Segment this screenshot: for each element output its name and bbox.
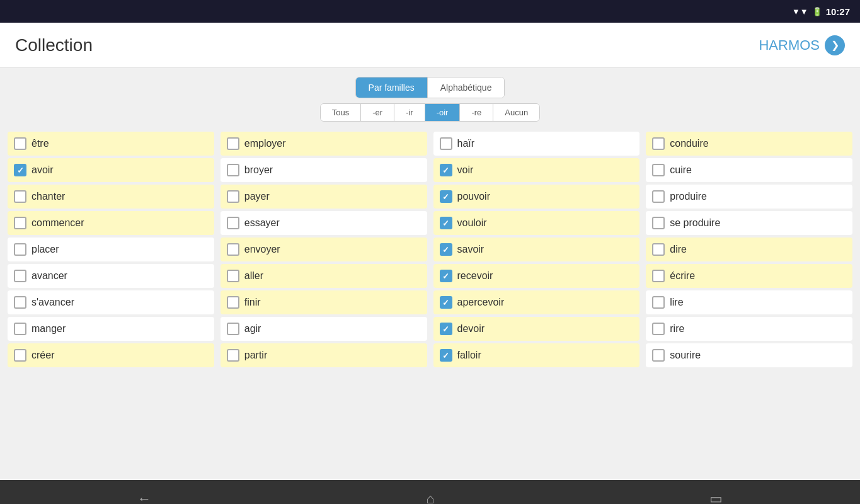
checkbox[interactable] [227,217,239,229]
checkbox[interactable] [652,190,665,203]
checkbox[interactable] [652,137,665,150]
checkbox[interactable] [227,270,239,282]
verb-label: aller [244,270,263,282]
checkbox[interactable] [14,217,26,229]
list-item[interactable]: rire [646,317,852,341]
list-item[interactable]: falloir [433,343,640,367]
checkbox[interactable] [14,164,26,176]
list-item[interactable]: pouvoir [433,185,640,209]
list-item[interactable]: créer [8,343,214,367]
list-item[interactable]: agir [221,317,427,341]
list-item[interactable]: avoir [8,158,214,182]
verb-label: vouloir [457,217,487,229]
list-item[interactable]: avancer [8,264,214,288]
tab-par-familles[interactable]: Par familles [356,77,428,98]
list-item[interactable]: placer [8,238,214,261]
list-item[interactable]: voir [433,158,640,182]
list-item[interactable]: aller [221,264,427,288]
list-item[interactable]: apercevoir [433,290,640,314]
checkbox[interactable] [440,349,452,362]
wifi-icon: ▼▼ [792,7,808,16]
list-item[interactable]: commencer [8,211,214,235]
harmos-label: HARMOS [759,37,820,54]
checkbox[interactable] [227,164,239,176]
checkbox[interactable] [440,164,452,176]
checkbox[interactable] [227,296,239,309]
list-item[interactable]: devoir [433,317,640,341]
verb-label: falloir [457,350,481,361]
list-item[interactable]: vouloir [433,211,640,235]
checkbox[interactable] [14,243,26,256]
list-item[interactable]: finir [221,290,427,314]
checkbox[interactable] [440,217,452,229]
list-item[interactable]: envoyer [221,238,427,261]
checkbox[interactable] [227,323,239,335]
list-item[interactable]: s'avancer [8,290,214,314]
checkbox[interactable] [440,190,452,203]
checkbox[interactable] [227,349,239,362]
checkbox[interactable] [227,243,239,256]
list-item[interactable]: produire [646,185,852,209]
list-item[interactable]: essayer [221,211,427,235]
checkbox[interactable] [440,270,452,282]
list-item[interactable]: écrire [646,264,852,288]
verb-label: partir [244,350,267,361]
checkbox[interactable] [652,243,665,256]
verb-label: chanter [32,191,65,202]
verb-column-1: êtreavoirchantercommencerplaceravancers'… [8,132,214,475]
checkbox[interactable] [652,349,665,362]
checkbox[interactable] [14,137,26,150]
checkbox[interactable] [440,137,452,150]
checkbox[interactable] [14,323,26,335]
checkbox[interactable] [14,190,26,203]
list-item[interactable]: partir [221,343,427,367]
list-item[interactable]: sourire [646,343,852,367]
checkbox[interactable] [227,137,239,150]
checkbox[interactable] [652,164,665,176]
harmos-arrow-icon: ❯ [825,35,845,55]
subtab-re[interactable]: -re [460,104,493,121]
harmos-button[interactable]: HARMOS ❯ [759,35,845,55]
checkbox[interactable] [14,296,26,309]
list-item[interactable]: conduire [646,132,852,156]
checkbox[interactable] [14,349,26,362]
app-container: Collection HARMOS ❯ Par familles Alphabé… [0,23,860,480]
subtab-ir[interactable]: -ir [394,104,425,121]
list-item[interactable]: manger [8,317,214,341]
checkbox[interactable] [440,296,452,309]
list-item[interactable]: être [8,132,214,156]
verb-label: commencer [32,217,84,229]
checkbox[interactable] [652,323,665,335]
list-item[interactable]: employer [221,132,427,156]
verb-label: devoir [457,323,485,335]
list-item[interactable]: payer [221,185,427,209]
tab-alphabetique[interactable]: Alphabétique [428,77,505,98]
checkbox[interactable] [440,243,452,256]
checkbox[interactable] [14,270,26,282]
checkbox[interactable] [440,323,452,335]
verb-label: sourire [670,350,701,361]
list-item[interactable]: cuire [646,158,852,182]
subtab-tous[interactable]: Tous [321,104,361,121]
list-item[interactable]: dire [646,238,852,261]
verb-label: avoir [32,164,54,176]
list-item[interactable]: se produire [646,211,852,235]
recents-button[interactable]: ▭ [694,486,738,504]
checkbox[interactable] [227,190,239,203]
subtab-er[interactable]: -er [361,104,394,121]
back-button[interactable]: ← [122,486,166,504]
list-item[interactable]: savoir [433,238,640,261]
list-item[interactable]: haïr [433,132,640,156]
subtab-oir[interactable]: -oir [425,104,461,121]
subtab-aucun[interactable]: Aucun [493,104,539,121]
checkbox[interactable] [652,296,665,309]
checkbox[interactable] [652,217,665,229]
list-item[interactable]: chanter [8,185,214,209]
home-button[interactable]: ⌂ [411,486,449,504]
checkbox[interactable] [652,270,665,282]
verb-label: s'avancer [32,297,74,308]
list-item[interactable]: broyer [221,158,427,182]
verb-column-4: conduirecuireproduirese produiredireécri… [646,132,852,475]
list-item[interactable]: recevoir [433,264,640,288]
list-item[interactable]: lire [646,290,852,314]
